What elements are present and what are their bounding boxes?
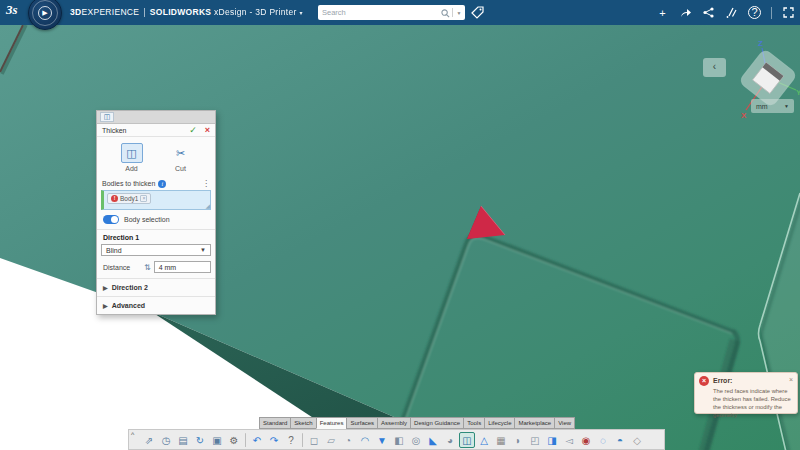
share-arrow-icon[interactable]: [679, 6, 692, 19]
wrap-icon[interactable]: ◇: [629, 432, 645, 448]
mode-option[interactable]: ✂ Cut: [170, 143, 192, 172]
mode-icon[interactable]: ◫: [121, 143, 143, 163]
redo-icon[interactable]: ↷: [266, 432, 282, 448]
loft-icon[interactable]: ▼: [374, 432, 390, 448]
chip-remove-icon[interactable]: ×: [140, 195, 147, 202]
app-window: 3s ▶ 3DEXPERIENCE|SOLIDWORKS xDesign - 3…: [0, 0, 800, 450]
thicken-dialog: ◫ Thicken ✓ × ◫ Add ✂ Cut Bodies to thic…: [96, 110, 216, 315]
dialog-title-bar: Thicken ✓ ×: [97, 124, 215, 137]
box-primitive-icon[interactable]: ◻: [306, 432, 322, 448]
save-icon[interactable]: ▤: [175, 432, 191, 448]
sweep-icon[interactable]: ◠: [357, 432, 373, 448]
distance-input[interactable]: 4 mm: [154, 261, 211, 273]
bodies-row: Bodies to thicken i ⋮: [97, 176, 215, 190]
resize-handle[interactable]: ◢: [205, 203, 210, 209]
3ds-logo: 3s: [6, 2, 18, 18]
dialog-tab-strip: ◫: [97, 111, 215, 124]
flip-direction-icon[interactable]: ⇅: [144, 263, 151, 272]
ribbon-tab[interactable]: Tools: [463, 417, 485, 429]
rib-icon[interactable]: △: [476, 432, 492, 448]
app-title-menu[interactable]: 3DEXPERIENCE|SOLIDWORKS xDesign - 3D Pri…: [70, 0, 303, 25]
add-icon[interactable]: +: [656, 6, 669, 19]
chevron-down-icon: ▼: [200, 247, 206, 253]
dialog-title: Thicken: [102, 127, 189, 134]
mirror-icon[interactable]: ◅: [561, 432, 577, 448]
ribbon-tab[interactable]: Sketch: [290, 417, 316, 429]
brand-solidworks: SOLIDWORKS: [150, 7, 212, 17]
toolbar-expand-icon[interactable]: ^: [131, 431, 134, 438]
error-icon: ×: [699, 376, 709, 386]
hole-icon[interactable]: ◉: [578, 432, 594, 448]
ribbon-tab[interactable]: Assembly: [377, 417, 411, 429]
direction2-section[interactable]: ▶ Direction 2: [97, 278, 215, 296]
collapse-viewcube-button[interactable]: ‹: [703, 58, 726, 77]
twist-icon[interactable]: ◌: [595, 432, 611, 448]
feature-toolbar: ^ ⇗◷▤↻▣⚙↶↷?◻▱◔◠▼◧◎◣◕◫△▦◗◰◨◅◉◌◓◇: [128, 429, 665, 450]
close-icon[interactable]: ×: [789, 376, 793, 383]
advanced-section[interactable]: ▶ Advanced: [97, 296, 215, 314]
search-input[interactable]: [318, 8, 438, 17]
mode-option[interactable]: ◫ Add: [121, 143, 143, 172]
thicken-dialog-icon: ◫: [100, 112, 114, 122]
circular-cut-icon[interactable]: ◎: [408, 432, 424, 448]
mode-switch: ◫ Add ✂ Cut: [97, 137, 215, 176]
ribbon-tab[interactable]: View: [554, 417, 575, 429]
cancel-button[interactable]: ×: [205, 125, 210, 135]
customize-icon[interactable]: [725, 6, 738, 19]
wedge-icon[interactable]: ◣: [425, 432, 441, 448]
shell-icon[interactable]: ◰: [527, 432, 543, 448]
error-toast: × Error: × The red faces indicate where …: [694, 372, 798, 414]
topbar-actions: + ?: [656, 0, 795, 25]
properties-icon[interactable]: ▣: [209, 432, 225, 448]
help-icon[interactable]: ?: [283, 432, 299, 448]
boss-icon[interactable]: ◨: [544, 432, 560, 448]
ribbon-tab[interactable]: Lifecycle: [484, 417, 515, 429]
undo-icon[interactable]: ↶: [249, 432, 265, 448]
info-icon[interactable]: i: [158, 180, 166, 188]
units-dropdown[interactable]: mm ▼: [751, 99, 794, 113]
ok-button[interactable]: ✓: [189, 125, 197, 135]
chip-error-icon: !: [111, 195, 118, 202]
history-icon[interactable]: ◷: [158, 432, 174, 448]
help-icon[interactable]: ?: [748, 6, 761, 19]
chevron-down-icon: ▾: [300, 10, 303, 16]
brand-experience: EXPERIENCE: [81, 7, 139, 17]
ribbon-tab[interactable]: Surfaces: [346, 417, 378, 429]
ribbon-tab[interactable]: Features: [316, 417, 348, 429]
ribbon-tabs: StandardSketchFeaturesSurfacesAssemblyDe…: [260, 417, 575, 429]
revolve-icon[interactable]: ◔: [340, 432, 356, 448]
share-network-icon[interactable]: [702, 6, 715, 19]
ribbon-tab[interactable]: Standard: [259, 417, 291, 429]
fullscreen-icon[interactable]: [782, 6, 795, 19]
tool-icon[interactable]: [245, 433, 246, 447]
search-options-caret-icon[interactable]: ▼: [453, 10, 465, 16]
dome-icon[interactable]: ◓: [612, 432, 628, 448]
body-selection-toggle[interactable]: [103, 215, 119, 224]
advanced-label: Advanced: [112, 302, 145, 309]
axis-x-label: X: [741, 111, 747, 120]
sketch-icon[interactable]: ▱: [323, 432, 339, 448]
selection-chip[interactable]: ! Body1 ×: [107, 193, 151, 204]
tool-icon[interactable]: [302, 433, 303, 447]
toggle-knob: [111, 216, 118, 223]
thicken-icon[interactable]: ◫: [459, 432, 475, 448]
axis-z-label: Z: [758, 40, 763, 48]
end-condition-select[interactable]: Blind ▼: [101, 244, 211, 256]
tag-icon[interactable]: [470, 4, 487, 21]
extrude-icon[interactable]: ◧: [391, 432, 407, 448]
search-icon[interactable]: [438, 4, 452, 22]
units-value: mm: [756, 103, 768, 110]
sync-icon[interactable]: ↻: [192, 432, 208, 448]
expand-arrow-icon: ▶: [103, 284, 108, 291]
kebab-menu-icon[interactable]: ⋮: [202, 179, 210, 188]
ribbon-tab[interactable]: Marketplace: [514, 417, 555, 429]
settings-gear-icon[interactable]: ⚙: [226, 432, 242, 448]
fillet-icon[interactable]: ◗: [510, 432, 526, 448]
mode-icon[interactable]: ✂: [170, 143, 192, 163]
ribbon-tab[interactable]: Design Guidance: [410, 417, 464, 429]
pattern-icon[interactable]: ▦: [493, 432, 509, 448]
bodies-selection-box[interactable]: ! Body1 × ◢: [101, 190, 211, 210]
sphere-cut-icon[interactable]: ◕: [442, 432, 458, 448]
end-condition-value: Blind: [106, 247, 200, 254]
export-icon[interactable]: ⇗: [141, 432, 157, 448]
